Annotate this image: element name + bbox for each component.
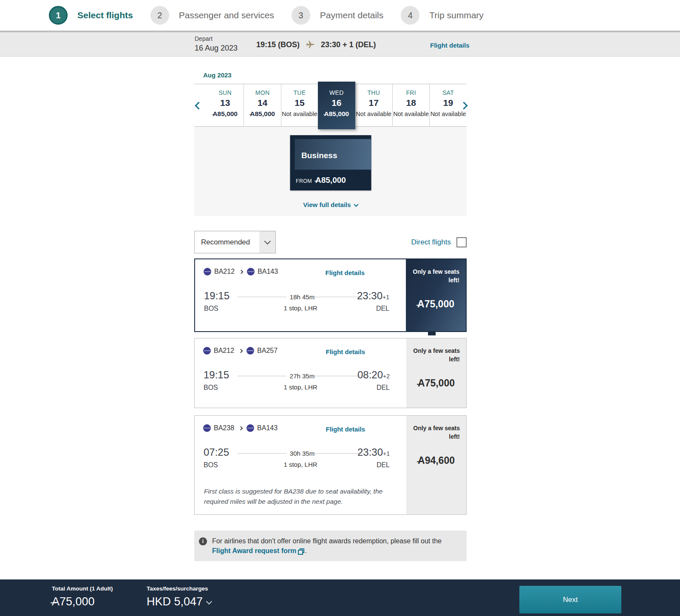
- route-times: 19:15 (BOS) 23:30 + 1 (DEL): [256, 40, 376, 49]
- flight-award-request-form-link[interactable]: Flight Award request form: [212, 547, 296, 554]
- flight-card-details: oneworld BA212 oneworld BA143 Flight det…: [195, 259, 406, 331]
- step-payment-details: 3 Payment details: [292, 6, 383, 25]
- total-amount-block: Total Amount (1 Adult) A75,000: [52, 585, 113, 608]
- stops-info: 1 stop, LHR: [238, 461, 363, 468]
- oneworld-logo-icon: oneworld: [204, 268, 211, 275]
- flight-card-ba212-ba143[interactable]: oneworld BA212 oneworld BA143 Flight det…: [194, 258, 467, 332]
- sort-dropdown-button[interactable]: [259, 231, 275, 253]
- day-not-available: Not available: [393, 110, 429, 118]
- total-amount-label: Total Amount (1 Adult): [52, 585, 113, 592]
- availability-badge: Only a few seats left!: [411, 347, 460, 363]
- day-not-available: Not available: [430, 110, 466, 118]
- departure-block: 07:25 BOS: [204, 446, 229, 469]
- flight-card-ba212-ba257[interactable]: oneworld BA212 oneworld BA257 Flight det…: [194, 338, 467, 408]
- flight-details-link[interactable]: Flight details: [326, 426, 365, 433]
- arrival-time: 23:30 + 1 (DEL): [321, 40, 376, 49]
- oneworld-logo-icon: oneworld: [203, 424, 211, 432]
- miles-symbol-icon: A: [417, 298, 425, 310]
- flight-card-details: oneworld BA212 oneworld BA257 Flight det…: [195, 338, 406, 408]
- step-number: 4: [401, 6, 419, 25]
- miles-price: A75,000: [406, 298, 466, 310]
- step-label: Trip summary: [429, 10, 484, 20]
- cabin-card-business[interactable]: Business FROM A85,000: [290, 135, 371, 190]
- calendar-day-wed-16-selected[interactable]: WED 16 A85,000: [318, 82, 355, 129]
- stops-info: 1 stop, LHR: [238, 383, 363, 391]
- miles-price: A94,600: [406, 455, 466, 466]
- day-price: A85,000: [207, 110, 244, 118]
- day-price: A85,000: [244, 110, 280, 118]
- route-line: [314, 376, 363, 376]
- miles-symbol-icon: A: [418, 455, 425, 466]
- calendar-month-label: Aug 2023: [203, 71, 467, 78]
- chevron-right-icon: [239, 426, 243, 430]
- calendar-day-sun-13[interactable]: SUN 13 A85,000: [207, 84, 244, 127]
- duration-block: 27h 35m 1 stop, LHR: [238, 372, 363, 391]
- miles-symbol-icon: A: [212, 110, 217, 118]
- route-line: [238, 297, 286, 297]
- step-label: Passenger and services: [179, 10, 274, 20]
- depart-label: Depart: [195, 35, 238, 42]
- chevron-right-icon: [239, 349, 243, 353]
- notice-text: For airlines that don't offer online fli…: [212, 537, 442, 545]
- oneworld-logo-icon: oneworld: [246, 424, 254, 432]
- miles-symbol-icon: A: [324, 110, 329, 118]
- oneworld-logo-icon: oneworld: [247, 268, 255, 275]
- price-panel[interactable]: Only a few seats left! A94,600: [406, 416, 466, 514]
- taxes-label: Taxes/fees/surcharges: [147, 585, 211, 592]
- availability-badge: Only a few seats left!: [411, 424, 460, 441]
- departure-time: 19:15 (BOS): [256, 40, 300, 49]
- miles-symbol-icon: A: [418, 378, 425, 389]
- arrival-block: 23:30+1 DEL: [357, 290, 389, 312]
- trip-summary-bar: Depart 16 Aug 2023 19:15 (BOS) 23:30 + 1…: [0, 31, 680, 57]
- direct-flights-label: Direct flights: [411, 238, 451, 247]
- step-label: Select flights: [77, 10, 133, 20]
- booking-stepper: 1 Select flights 2 Passenger and service…: [0, 0, 680, 31]
- duration-block: 30h 35m 1 stop, LHR: [238, 450, 363, 468]
- sort-dropdown-value: Recommended: [195, 231, 259, 253]
- sort-dropdown[interactable]: Recommended: [194, 231, 276, 253]
- total-amount-bar: Total Amount (1 Adult) A75,000 Taxes/fee…: [0, 579, 680, 616]
- calendar-day-thu-17: THU 17 Not available: [355, 84, 392, 127]
- oneworld-logo-icon: oneworld: [203, 347, 211, 355]
- arrival-block: 23:30+1 DEL: [357, 446, 390, 469]
- departure-block: 19:15 BOS: [204, 369, 229, 392]
- next-button[interactable]: Next: [519, 586, 621, 613]
- external-link-icon: [300, 548, 304, 553]
- step-select-flights[interactable]: 1 Select flights: [49, 6, 133, 25]
- taxes-value: HKD 5,047: [147, 595, 211, 608]
- flight-card-ba238-ba143[interactable]: oneworld BA238 oneworld BA143 Flight det…: [194, 415, 467, 515]
- step-number: 3: [292, 6, 310, 25]
- direct-flights-filter: Direct flights: [411, 237, 467, 247]
- first-class-note: First class is suggested for BA238 due t…: [204, 486, 400, 507]
- price-panel-selected[interactable]: Only a few seats left! A75,000: [406, 259, 466, 331]
- arrival-block: 08:20+2 DEL: [357, 369, 390, 392]
- flight-details-link[interactable]: Flight details: [325, 269, 365, 276]
- tripbar-flight-details-link[interactable]: Flight details: [430, 42, 470, 49]
- step-label: Payment details: [320, 10, 383, 20]
- direct-flights-checkbox[interactable]: [456, 237, 467, 247]
- chevron-down-icon: [354, 202, 358, 207]
- calendar-day-fri-18: FRI 18 Not available: [392, 84, 429, 127]
- route-line: [314, 453, 363, 454]
- total-amount-value: A75,000: [52, 595, 113, 608]
- step-number: 1: [49, 6, 68, 25]
- miles-price: A75,000: [406, 378, 466, 389]
- step-passenger-services: 2 Passenger and services: [150, 6, 274, 25]
- calendar-day-mon-14[interactable]: MON 14 A85,000: [244, 84, 280, 127]
- chevron-down-icon[interactable]: [206, 599, 212, 605]
- cabin-panel: Business FROM A85,000 View full details: [194, 127, 467, 216]
- calendar-day-tue-15: TUE 15 Not available: [281, 84, 318, 127]
- depart-date: 16 Aug 2023: [195, 44, 238, 53]
- info-icon: i: [199, 537, 207, 545]
- chevron-right-icon: [239, 270, 244, 274]
- cabin-from-price: FROM A85,000: [296, 176, 346, 185]
- calendar-prev-arrow-icon[interactable]: [195, 102, 202, 109]
- departure-block: 19:15 BOS: [204, 290, 230, 312]
- flight-details-link[interactable]: Flight details: [326, 348, 365, 355]
- view-full-details-link[interactable]: View full details: [194, 201, 467, 208]
- price-panel[interactable]: Only a few seats left! A75,000: [406, 338, 466, 408]
- route-line: [314, 297, 363, 297]
- stops-info: 1 stop, LHR: [238, 304, 363, 312]
- miles-symbol-icon: A: [52, 595, 60, 608]
- taxes-block: Taxes/fees/surcharges HKD 5,047: [147, 585, 211, 608]
